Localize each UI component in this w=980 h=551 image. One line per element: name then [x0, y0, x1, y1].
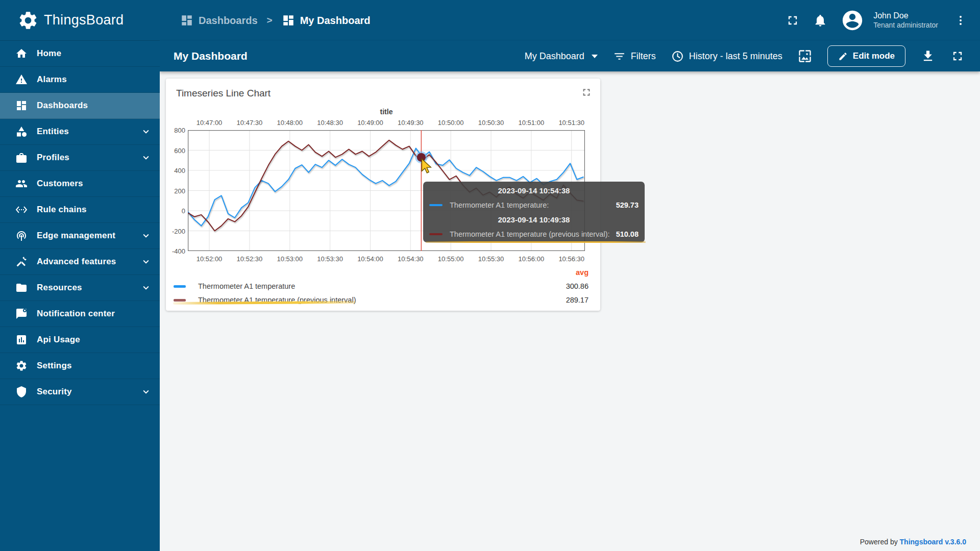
tooltip-series1-label: Thermometer A1 temperature:: [450, 201, 611, 209]
chart-legend: avg Thermometer A1 temperature300.86Ther…: [174, 268, 589, 304]
edit-mode-button[interactable]: Edit mode: [827, 45, 905, 67]
x-axis-tick-bottom: 10:55:00: [430, 255, 471, 263]
shield-icon: [15, 386, 28, 398]
sidebar-item-resources[interactable]: Resources: [0, 275, 160, 301]
legend-swatch: [174, 285, 186, 288]
powered-by: Powered by Thingsboard v.3.6.0: [860, 538, 966, 546]
sidebar-item-notification-center[interactable]: Notification center: [0, 301, 160, 327]
sidebar-item-api-usage[interactable]: Api Usage: [0, 327, 160, 353]
tooltip-date: 2023-09-14 10:54:38: [429, 186, 639, 195]
sidebar-item-label: Resources: [37, 283, 82, 293]
page-title: My Dashboard: [160, 50, 525, 62]
x-axis-tick-bottom: 10:53:00: [270, 255, 310, 263]
sidebar-item-home[interactable]: Home: [0, 41, 160, 67]
y-axis-tick: 600: [167, 146, 185, 154]
pencil-icon: [838, 52, 848, 61]
notifications-bell-icon[interactable]: [813, 13, 827, 28]
user-role: Tenant administrator: [873, 21, 938, 30]
sidebar-item-label: Rule chains: [37, 205, 87, 215]
sidebar-item-entities[interactable]: Entities: [0, 119, 160, 145]
x-axis-tick-top: 10:48:30: [310, 119, 351, 127]
thingsboard-gear-icon: [17, 10, 39, 31]
x-axis-tick-bottom: 10:54:00: [350, 255, 390, 263]
breadcrumb-my-dashboard[interactable]: My Dashboard: [282, 14, 371, 27]
legend-swatch: [174, 299, 186, 302]
dashboard-toolbar: My Dashboard My Dashboard Filters Histor…: [160, 41, 980, 71]
y-axis-tick: -400: [167, 247, 185, 255]
filters-button[interactable]: Filters: [613, 50, 656, 63]
tooltip-date: 2023-09-14 10:49:38: [429, 215, 639, 224]
sidebar-item-dashboards[interactable]: Dashboards: [0, 93, 160, 119]
breadcrumb-label: Dashboards: [199, 15, 258, 27]
sidebar-item-label: Customers: [37, 179, 83, 189]
sidebar-item-alarms[interactable]: Alarms: [0, 67, 160, 93]
sidebar: ThingsBoard HomeAlarmsDashboardsEntities…: [0, 0, 160, 551]
sidebar-item-label: Alarms: [37, 74, 67, 85]
x-axis-tick-bottom: 10:56:00: [511, 255, 552, 263]
tools-icon: [15, 256, 28, 268]
user-name: John Doe: [873, 11, 938, 21]
x-axis-tick-top: 10:48:00: [270, 119, 310, 127]
widget-fullscreen-icon[interactable]: [581, 87, 592, 98]
sidebar-item-settings[interactable]: Settings: [0, 353, 160, 379]
x-axis-tick-bottom: 10:52:30: [229, 255, 270, 263]
sidebar-item-label: Entities: [37, 127, 69, 137]
dashboards-icon: [282, 14, 295, 27]
legend-avg-value: 289.17: [566, 296, 589, 304]
timewindow-button[interactable]: History - last 5 minutes: [671, 50, 782, 63]
sidebar-item-edge-management[interactable]: Edge management: [0, 223, 160, 249]
sidebar-item-label: Settings: [37, 361, 72, 371]
breadcrumb-dashboards[interactable]: Dashboards: [180, 14, 258, 27]
sidebar-item-label: Notification center: [37, 309, 115, 319]
sidebar-item-label: Advanced features: [37, 257, 116, 267]
entities-icon: [15, 126, 28, 138]
download-icon[interactable]: [921, 49, 935, 63]
x-axis-tick-top: 10:51:00: [511, 119, 552, 127]
sidebar-item-label: Profiles: [37, 153, 69, 163]
sidebar-item-customers[interactable]: Customers: [0, 171, 160, 197]
legend-row[interactable]: Thermometer A1 temperature300.86: [174, 282, 589, 290]
fullscreen-icon[interactable]: [950, 49, 965, 63]
legend-avg-header[interactable]: avg: [174, 268, 589, 277]
warning-icon: [15, 73, 28, 86]
customers-icon: [15, 178, 28, 190]
chevron-down-icon: [140, 282, 152, 293]
fullscreen-icon[interactable]: [786, 13, 800, 28]
tooltip-series2-value: 510.08: [616, 230, 639, 238]
x-axis-tick-top: 10:49:30: [390, 119, 431, 127]
user-info[interactable]: John Doe Tenant administrator: [873, 11, 938, 30]
powered-by-text: Powered by: [860, 538, 898, 546]
logo-text: ThingsBoard: [44, 12, 124, 28]
timewindow-label: History - last 5 minutes: [689, 51, 782, 62]
sidebar-item-security[interactable]: Security: [0, 379, 160, 405]
sidebar-item-profiles[interactable]: Profiles: [0, 145, 160, 171]
thingsboard-version-link[interactable]: Thingsboard v.3.6.0: [900, 538, 966, 546]
x-axis-tick-top: 10:49:00: [350, 119, 390, 127]
x-axis-tick-bottom: 10:54:30: [390, 255, 431, 263]
sidebar-item-rule-chains[interactable]: Rule chains: [0, 197, 160, 223]
y-axis-tick: 800: [167, 127, 185, 134]
dashboard-state-select[interactable]: My Dashboard: [525, 51, 598, 62]
y-axis-tick: -200: [167, 227, 185, 235]
sidebar-item-label: Dashboards: [37, 101, 88, 111]
y-axis-tick: 400: [167, 167, 185, 174]
dashboards-icon: [15, 99, 28, 112]
x-axis-tick-top: 10:51:30: [551, 119, 592, 127]
x-axis-tick-bottom: 10:56:30: [551, 255, 592, 263]
chevron-down-icon: [140, 152, 152, 163]
dashboard-image-icon[interactable]: [798, 49, 812, 63]
user-avatar[interactable]: [841, 9, 864, 32]
clock-icon: [671, 50, 684, 63]
app-logo[interactable]: ThingsBoard: [0, 0, 160, 41]
sidebar-item-advanced-features[interactable]: Advanced features: [0, 249, 160, 275]
x-axis-tick-bottom: 10:52:00: [189, 255, 230, 263]
chart-tooltip: 2023-09-14 10:54:38 Thermometer A1 tempe…: [423, 182, 645, 242]
rule-chains-icon: [15, 204, 28, 216]
timeseries-widget: Timeseries Line Chart title 10:47:0010:5…: [166, 79, 600, 311]
sidebar-item-label: Security: [37, 387, 72, 397]
hover-marker-dot: [417, 153, 426, 162]
more-menu-icon[interactable]: [954, 14, 967, 27]
profiles-icon: [15, 152, 28, 164]
tooltip-series1-value: 529.73: [616, 201, 639, 209]
edge-icon: [15, 230, 28, 242]
